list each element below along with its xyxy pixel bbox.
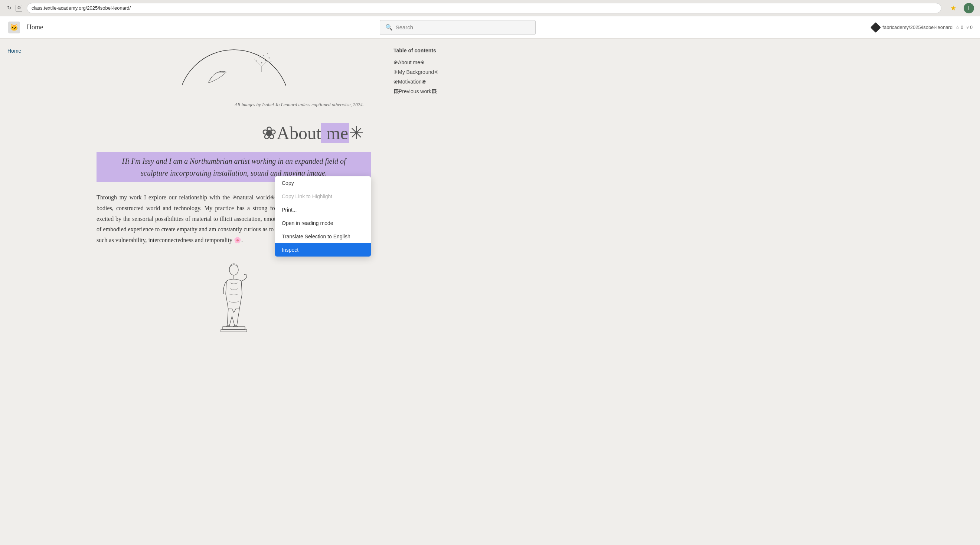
- toc-title: Table of contents: [393, 48, 475, 53]
- svg-point-5: [265, 59, 266, 61]
- statue-figure: [97, 261, 371, 342]
- repo-name: fabricademy/2025/isobel-leonard: [882, 24, 953, 30]
- sidebar-home-link[interactable]: Home: [8, 48, 21, 54]
- repo-stats: ☆ 0 ⑂ 0: [956, 25, 972, 30]
- page-layout: Home: [0, 38, 980, 545]
- search-input[interactable]: [396, 24, 530, 30]
- site-logo: 🐱: [8, 21, 21, 34]
- svg-point-3: [261, 62, 262, 64]
- svg-point-2: [259, 57, 260, 57]
- svg-rect-16: [223, 327, 245, 330]
- about-heading-text: ❀About: [262, 123, 321, 143]
- context-menu-reading-mode[interactable]: Open in reading mode: [275, 217, 371, 230]
- svg-rect-17: [221, 330, 247, 332]
- svg-point-14: [229, 265, 238, 275]
- svg-point-9: [254, 59, 255, 59]
- svg-point-6: [267, 53, 268, 54]
- repo-info: fabricademy/2025/isobel-leonard ☆ 0 ⑂ 0: [872, 24, 972, 31]
- fork-count: ⑂ 0: [966, 25, 972, 30]
- search-bar[interactable]: 🔍: [380, 20, 536, 35]
- nav-home-link[interactable]: Home: [27, 23, 43, 31]
- context-menu-copy[interactable]: Copy: [275, 176, 371, 190]
- image-caption: All images by Isobel Jo Leonard unless c…: [97, 102, 371, 108]
- statue-svg: [212, 261, 256, 342]
- address-bar[interactable]: class.textile-academy.org/2025/isobel-le…: [27, 3, 942, 13]
- toc-item-motivation[interactable]: ❀Motivation❀: [393, 79, 475, 84]
- star-count: ☆ 0: [956, 25, 963, 30]
- svg-point-8: [258, 54, 258, 54]
- context-menu-translate[interactable]: Translate Selection to English: [275, 230, 371, 243]
- context-menu-overlay: Copy Copy Link to Highlight Print... Ope…: [275, 176, 371, 257]
- context-menu-print[interactable]: Print...: [275, 203, 371, 217]
- top-nav: 🐱 Home 🔍 fabricademy/2025/isobel-leonard…: [0, 16, 980, 38]
- left-sidebar: Home: [0, 38, 82, 545]
- search-bar-wrapper: 🔍: [49, 20, 866, 35]
- circle-image: [182, 38, 286, 98]
- url-text: class.textile-academy.org/2025/isobel-le…: [32, 5, 130, 11]
- profile-avatar[interactable]: I: [964, 3, 974, 13]
- browser-controls: ↻ ⚙: [6, 5, 22, 11]
- context-menu-inspect[interactable]: Inspect: [275, 243, 371, 257]
- context-menu-copy-link[interactable]: Copy Link to Highlight: [275, 190, 371, 203]
- main-content: All images by Isobel Jo Leonard unless c…: [82, 38, 386, 545]
- browser-chrome: ↻ ⚙ class.textile-academy.org/2025/isobe…: [0, 0, 980, 16]
- about-heading-highlight: me: [321, 123, 349, 143]
- devtools-icon[interactable]: ⚙: [16, 5, 22, 11]
- svg-line-13: [262, 61, 267, 67]
- toc-list: ❀About me❀ ✳My Background✳ ❀Motivation❀ …: [393, 59, 475, 94]
- svg-point-4: [263, 55, 264, 56]
- reload-icon[interactable]: ↻: [6, 5, 13, 11]
- star-icon[interactable]: ★: [950, 4, 956, 12]
- toc-item-about[interactable]: ❀About me❀: [393, 59, 475, 65]
- site-logo-image: 🐱: [8, 22, 20, 33]
- search-icon: 🔍: [385, 24, 393, 31]
- svg-point-10: [270, 61, 271, 62]
- header-image-area: [97, 38, 371, 98]
- right-sidebar: Table of contents ❀About me❀ ✳My Backgro…: [386, 38, 482, 545]
- toc-item-previous-work[interactable]: 🖼Previous work🖼: [393, 88, 475, 94]
- header-circle-svg: [182, 38, 286, 98]
- svg-point-0: [182, 50, 286, 98]
- svg-point-7: [269, 57, 270, 59]
- about-heading-symbol: ✳: [349, 123, 364, 143]
- svg-line-12: [256, 61, 262, 67]
- context-menu: Copy Copy Link to Highlight Print... Ope…: [275, 176, 371, 257]
- toc-item-background[interactable]: ✳My Background✳: [393, 69, 475, 75]
- section-heading: ❀About me✳: [97, 123, 371, 143]
- repo-diamond-icon: [870, 22, 881, 32]
